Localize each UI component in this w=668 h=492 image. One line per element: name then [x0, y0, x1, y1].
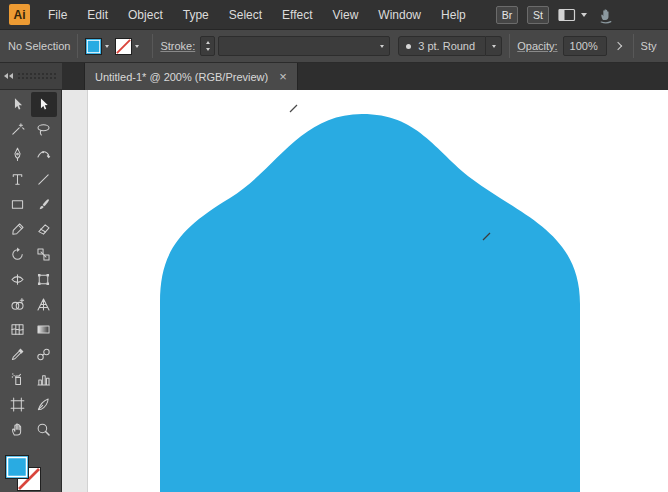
tool-rectangle[interactable]	[5, 192, 31, 217]
tool-scale[interactable]	[31, 242, 57, 267]
perspective-grid-tool-icon	[35, 296, 52, 313]
stroke-none-swatch[interactable]	[115, 38, 132, 55]
chevron-down-icon[interactable]	[380, 45, 384, 48]
mesh-tool-icon	[9, 321, 26, 338]
control-bar: No Selection Stroke:	[0, 30, 668, 63]
stroke-color-control[interactable]	[115, 38, 139, 55]
tool-hand[interactable]	[5, 417, 31, 442]
menu-file[interactable]: File	[38, 0, 77, 30]
line-segment-tool-icon	[35, 171, 52, 188]
eraser-tool-icon	[35, 221, 52, 238]
tool-rotate[interactable]	[5, 242, 31, 267]
tool-column-graph[interactable]	[31, 367, 57, 392]
brush-definition-dropdown[interactable]: 3 pt. Round	[398, 36, 486, 56]
menu-view[interactable]: View	[323, 0, 369, 30]
tool-blend[interactable]	[31, 342, 57, 367]
touch-hand-icon[interactable]	[596, 5, 616, 25]
tool-artboard[interactable]	[5, 392, 31, 417]
magic-wand-tool-icon	[9, 121, 26, 138]
pen-tool-icon	[9, 146, 26, 163]
fill-proxy-swatch[interactable]	[5, 455, 29, 479]
menu-edit[interactable]: Edit	[77, 0, 118, 30]
tools-panel-header[interactable]	[0, 63, 62, 90]
chevron-down-icon	[492, 45, 496, 48]
tool-line-segment[interactable]	[31, 167, 57, 192]
tool-curvature[interactable]	[31, 142, 57, 167]
menu-window[interactable]: Window	[368, 0, 431, 30]
fill-color-swatch[interactable]	[85, 38, 102, 55]
free-transform-tool-icon	[35, 271, 52, 288]
zoom-tool-icon	[35, 421, 52, 438]
collapse-panel-icon[interactable]	[4, 73, 13, 79]
tool-perspective-grid[interactable]	[31, 292, 57, 317]
rotate-tool-icon	[9, 246, 26, 263]
tool-eraser[interactable]	[31, 217, 57, 242]
separator	[77, 34, 78, 58]
document-tab-bar: Untitled-1* @ 200% (RGB/Preview) ×	[62, 63, 668, 90]
tool-symbol-sprayer[interactable]	[5, 367, 31, 392]
width-tool-icon	[9, 271, 26, 288]
tools-panel	[0, 90, 62, 492]
chevron-down-icon	[581, 13, 587, 17]
opacity-dropdown[interactable]: 100%	[563, 36, 607, 56]
menu-help[interactable]: Help	[431, 0, 476, 30]
close-tab-icon[interactable]: ×	[279, 70, 287, 83]
stroke-weight-stepper[interactable]	[200, 36, 215, 56]
tool-pen[interactable]	[5, 142, 31, 167]
blue-blob-shape[interactable]	[160, 114, 580, 492]
stroke-panel-link[interactable]: Stroke:	[160, 40, 195, 52]
menubar-right-controls: Br St	[496, 5, 616, 25]
menu-select[interactable]: Select	[219, 0, 272, 30]
fill-color-control[interactable]	[85, 38, 109, 55]
tool-paintbrush[interactable]	[31, 192, 57, 217]
fill-stroke-proxy	[5, 455, 49, 492]
gradient-tool-icon	[35, 321, 52, 338]
stock-button[interactable]: St	[527, 6, 549, 24]
curvature-tool-icon	[35, 146, 52, 163]
opacity-expand-button[interactable]	[610, 36, 626, 56]
tool-shape-builder[interactable]	[5, 292, 31, 317]
canvas-area[interactable]	[62, 90, 668, 492]
stepper-up-icon[interactable]	[206, 41, 210, 44]
tool-shaper[interactable]	[5, 217, 31, 242]
tool-slice[interactable]	[31, 392, 57, 417]
menu-object[interactable]: Object	[118, 0, 173, 30]
workspace-switcher[interactable]	[558, 8, 587, 22]
illustrator-window: Ai File Edit Object Type Select Effect V…	[0, 0, 668, 492]
tool-type[interactable]	[5, 167, 31, 192]
opacity-panel-link[interactable]: Opacity:	[517, 40, 557, 52]
brush-dropdown-button[interactable]	[486, 36, 502, 56]
tool-eyedropper[interactable]	[5, 342, 31, 367]
tool-zoom[interactable]	[31, 417, 57, 442]
column-graph-tool-icon	[35, 371, 52, 388]
selection-status: No Selection	[8, 40, 70, 52]
eyedropper-tool-icon	[9, 346, 26, 363]
panel-drag-grip[interactable]	[17, 72, 58, 81]
style-panel-link[interactable]: Style:	[641, 40, 657, 52]
tool-gradient[interactable]	[31, 317, 57, 342]
menu-bar: Ai File Edit Object Type Select Effect V…	[0, 0, 668, 30]
paintbrush-tool-icon	[35, 196, 52, 213]
menu-type[interactable]: Type	[173, 0, 219, 30]
tool-width[interactable]	[5, 267, 31, 292]
tool-mesh[interactable]	[5, 317, 31, 342]
chevron-right-icon	[613, 42, 621, 50]
shaper-tool-icon	[9, 221, 26, 238]
document-tab[interactable]: Untitled-1* @ 200% (RGB/Preview) ×	[84, 63, 298, 90]
chevron-down-icon[interactable]	[135, 45, 139, 48]
stroke-weight-dropdown[interactable]	[218, 36, 390, 56]
brush-preview-dot-icon	[406, 44, 411, 49]
tool-selection[interactable]	[5, 92, 31, 117]
chevron-down-icon[interactable]	[105, 45, 109, 48]
menu-effect[interactable]: Effect	[272, 0, 322, 30]
tool-magic-wand[interactable]	[5, 117, 31, 142]
tool-lasso[interactable]	[31, 117, 57, 142]
rectangle-tool-icon	[9, 196, 26, 213]
tool-free-transform[interactable]	[31, 267, 57, 292]
direct-selection-tool-icon	[35, 96, 52, 113]
bridge-button[interactable]: Br	[496, 6, 518, 24]
tool-direct-selection[interactable]	[31, 92, 57, 117]
stepper-down-icon[interactable]	[206, 48, 210, 51]
shape-builder-tool-icon	[9, 296, 26, 313]
workspace-layout-icon	[558, 8, 576, 22]
